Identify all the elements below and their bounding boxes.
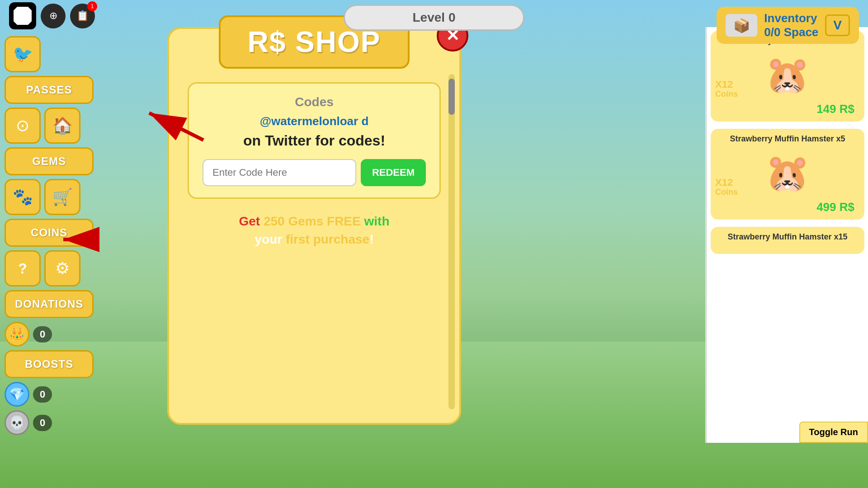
paw-button[interactable]: 🐾 xyxy=(5,179,41,215)
currency-row-gem: 💎 0 xyxy=(5,382,94,407)
codes-twitter-text: on Twitter for codes! xyxy=(203,131,426,150)
inventory-text: Inventory 0/0 Space xyxy=(764,11,818,39)
gear-button[interactable]: ⚙ xyxy=(44,250,80,286)
gold-icon: 👑 xyxy=(5,322,29,347)
promo-exclaim: ! xyxy=(369,232,373,246)
inventory-icon: 📦 xyxy=(726,14,757,37)
roblox-icon xyxy=(14,7,32,25)
shop-item-3-title: Strawberry Muffin Hamster x15 xyxy=(727,232,847,242)
icon-row-gems: ⊙ 🏠 xyxy=(5,108,94,144)
redeem-button[interactable]: REDEEM xyxy=(361,159,426,186)
notification-badge: 1 xyxy=(87,1,97,11)
twitter-button[interactable]: 🐦 xyxy=(5,36,41,72)
target-icon: ⊙ xyxy=(16,116,29,135)
cart-icon: 🛒 xyxy=(52,188,73,206)
roblox-button[interactable] xyxy=(9,2,36,29)
cart-button[interactable]: 🛒 xyxy=(44,179,80,215)
sidebar-item-boosts[interactable]: BOOSTS xyxy=(5,350,94,378)
shop-item-2-price: 499 R$ xyxy=(716,200,859,214)
sidebar-item-gems[interactable]: GEMS xyxy=(5,147,94,175)
codes-twitter-handle: @watermelonloar d xyxy=(203,114,426,129)
codes-section: Codes @watermelonloar d on Twitter for c… xyxy=(188,82,441,199)
gold-count: 0 xyxy=(33,326,52,343)
promo-250gems: 250 Gems FREE xyxy=(264,214,361,228)
shop-modal: ✕ R$ SHOP Codes @watermelonloar d on Twi… xyxy=(167,27,461,425)
shop-item-2-coins: X12 Coins xyxy=(715,177,738,197)
promo-get: Get xyxy=(239,214,263,228)
shop-item-2-image: 🐹 xyxy=(760,146,815,200)
skull-count: 0 xyxy=(33,415,52,431)
scrollbar[interactable] xyxy=(448,74,455,409)
shop-item-1-price: 149 R$ xyxy=(716,102,859,116)
home-button[interactable]: 🏠 xyxy=(44,108,80,144)
code-input[interactable] xyxy=(203,159,356,186)
level-bar: Level 0 xyxy=(344,5,524,31)
shop-right-panel: Strawberry Muffin Hamster x1 🐹 X12 Coins… xyxy=(705,27,868,443)
question-icon: ? xyxy=(18,260,27,277)
inventory-panel: 📦 Inventory 0/0 Space V xyxy=(717,7,859,44)
skull-icon: 💀 xyxy=(5,410,29,435)
promo-with: with xyxy=(361,214,390,228)
sidebar-item-coins[interactable]: COINS xyxy=(5,219,94,247)
promo-first: first purchase xyxy=(286,232,369,246)
scope-icon: ⊕ xyxy=(49,10,57,22)
codes-label: Codes xyxy=(203,95,426,109)
shop-item-3[interactable]: Strawberry Muffin Hamster x15 xyxy=(711,227,864,254)
question-button[interactable]: ? xyxy=(5,250,41,286)
icon-row-coins: 🐾 🛒 xyxy=(5,179,94,215)
shop-item-1-image: 🐹 xyxy=(760,48,815,102)
toggle-run-button[interactable]: Toggle Run xyxy=(799,422,868,443)
shop-item-1-coins: X12 Coins xyxy=(715,79,738,99)
shop-item-1[interactable]: Strawberry Muffin Hamster x1 🐹 X12 Coins… xyxy=(711,31,864,122)
notification-button[interactable]: 📋 1 xyxy=(70,4,95,28)
promo-text: Get 250 Gems FREE with your first purcha… xyxy=(239,212,389,248)
sidebar-item-donations[interactable]: DONATIONS xyxy=(5,290,94,318)
shop-item-2-title: Strawberry Muffin Hamster x5 xyxy=(730,134,845,144)
twitter-icon: 🐦 xyxy=(13,45,33,64)
level-bar-container: Level 0 xyxy=(344,5,524,31)
paw-icon: 🐾 xyxy=(13,188,33,206)
gear-icon: ⚙ xyxy=(55,259,70,278)
scrollbar-thumb[interactable] xyxy=(448,79,455,115)
icon-row-donations: ? ⚙ xyxy=(5,250,94,286)
sidebar-item-passes[interactable]: PASSES xyxy=(5,76,94,104)
inventory-v-button[interactable]: V xyxy=(825,14,850,36)
currency-row-gold: 👑 0 xyxy=(5,322,94,347)
inventory-title: Inventory xyxy=(764,11,818,25)
currency-row-skull: 💀 0 xyxy=(5,410,94,435)
shop-item-2[interactable]: Strawberry Muffin Hamster x5 🐹 X12 Coins… xyxy=(711,129,864,220)
home-icon: 🏠 xyxy=(52,116,73,135)
gem-icon: 💎 xyxy=(5,382,29,407)
target-button[interactable]: ⊙ xyxy=(5,108,41,144)
gem-count: 0 xyxy=(33,386,52,403)
inventory-space: 0/0 Space xyxy=(764,25,818,39)
sidebar: 🐦 PASSES ⊙ 🏠 GEMS 🐾 🛒 COINS ? ⚙ DONATION… xyxy=(5,36,94,435)
code-input-row: REDEEM xyxy=(203,159,426,186)
bell-icon: 📋 xyxy=(76,10,89,22)
promo-your: your xyxy=(255,232,286,246)
scope-button[interactable]: ⊕ xyxy=(41,4,66,28)
